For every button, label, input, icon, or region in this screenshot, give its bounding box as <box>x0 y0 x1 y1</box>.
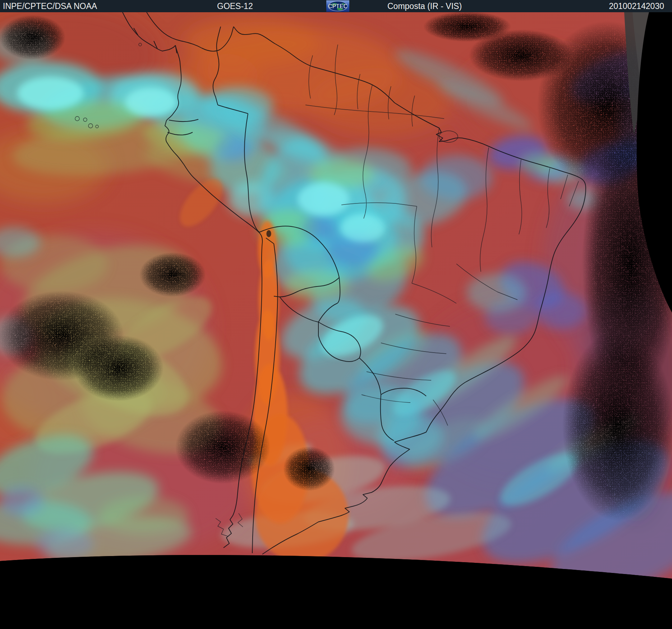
product-label: Composta (IR - VIS) <box>387 1 462 11</box>
satellite-image <box>0 12 672 629</box>
noaa-label: NOAA <box>74 1 97 11</box>
scan-area <box>0 12 672 629</box>
timestamp-label: 201002142030 <box>609 1 664 11</box>
logo-text: CPTEC <box>328 3 348 9</box>
satellite-label: GOES-12 <box>217 1 253 11</box>
cptec-logo: CPTEC <box>326 0 349 12</box>
satellite-product-page: { "header": { "agency": "INPE/CPTEC/DSA"… <box>0 0 672 629</box>
header-bar: INPE/CPTEC/DSA NOAA GOES-12 Composta (IR… <box>0 0 672 12</box>
agency-label: INPE/CPTEC/DSA <box>3 1 72 11</box>
